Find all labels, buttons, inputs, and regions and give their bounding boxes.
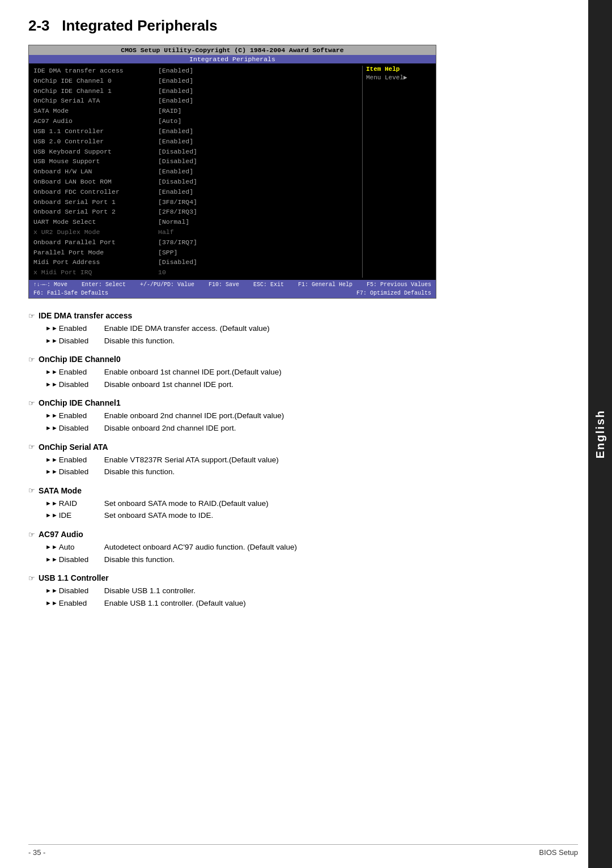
bios-footer-item: F10: Save <box>209 282 239 288</box>
desc-items: ►►EnabledEnable onboard 2nd channel IDE … <box>45 410 567 434</box>
section-number: 2-3 <box>28 17 50 34</box>
desc-items: ►►EnabledEnable onboard 1st channel IDE … <box>45 366 567 390</box>
bios-row: USB Keyboard Support[Disabled] <box>33 147 358 157</box>
desc-item: ►►EnabledEnable VT8237R Serial ATA suppo… <box>45 454 567 466</box>
arrow-icon: ►► <box>45 598 58 610</box>
option-label: Disabled <box>59 466 104 478</box>
arrow-icon: ►► <box>45 423 58 435</box>
arrow-icon: ►► <box>45 555 58 566</box>
bios-help-panel: Item Help Menu Level▶ <box>362 66 436 278</box>
desc-item: ►►IDESet onboard SATA mode to IDE. <box>45 509 567 522</box>
desc-item: ►►DisabledDisable onboard 2nd channel ID… <box>45 422 567 435</box>
bios-footer-item: +/-/PU/PD: Value <box>140 282 194 288</box>
desc-section: IDE DMA transfer access►►EnabledEnable I… <box>28 311 567 347</box>
bios-row: USB Mouse Support[Disabled] <box>33 156 358 167</box>
desc-heading: SATA Mode <box>28 486 567 495</box>
option-desc: Disable this function. <box>104 554 175 566</box>
option-desc: Enable VT8237R Serial ATA support.(Defau… <box>104 454 279 466</box>
option-label: Enabled <box>59 410 104 422</box>
desc-section: USB 1.1 Controller►►DisabledDisable USB … <box>28 573 567 609</box>
bios-row: USB 1.1 Controller[Enabled] <box>33 126 358 137</box>
arrow-icon: ►► <box>45 411 58 422</box>
bios-row: USB 2.0 Controller[Enabled] <box>33 137 358 147</box>
option-label: Enabled <box>59 322 104 335</box>
desc-heading: USB 1.1 Controller <box>28 573 567 582</box>
option-label: RAID <box>59 497 104 510</box>
desc-item: ►►DisabledDisable this function. <box>45 554 567 566</box>
arrow-icon: ►► <box>45 542 58 554</box>
bios-row: Midi Port Address[Disabled] <box>33 257 358 267</box>
desc-item: ►►DisabledDisable USB 1.1 controller. <box>45 585 567 597</box>
desc-item: ►►EnabledEnable onboard 2nd channel IDE … <box>45 410 567 422</box>
bios-settings-list: IDE DMA transfer access[Enabled]OnChip I… <box>29 66 362 278</box>
bios-footer-item: ESC: Exit <box>253 282 284 288</box>
item-help-label: Item Help <box>366 66 432 73</box>
bios-row: Onboard H/W LAN[Enabled] <box>33 167 358 177</box>
menu-level-label: Menu Level▶ <box>366 74 432 81</box>
desc-section: OnChip Serial ATA►►EnabledEnable VT8237R… <box>28 442 567 478</box>
desc-item: ►►DisabledDisable this function. <box>45 335 567 347</box>
arrow-icon: ►► <box>45 510 58 522</box>
option-label: Enabled <box>59 597 104 610</box>
option-desc: Enable IDE DMA transfer access. (Default… <box>104 322 270 335</box>
bios-footer-item: Enter: Select <box>82 282 126 288</box>
option-label: Enabled <box>59 454 104 466</box>
bios-header: CMOS Setup Utility-Copyright (C) 1984-20… <box>29 45 436 55</box>
option-desc: Disable onboard 1st channel IDE port. <box>104 378 233 391</box>
bios-row: Onboard FDC Controller[Enabled] <box>33 187 358 197</box>
option-label: Disabled <box>59 378 104 391</box>
desc-items: ►►DisabledDisable USB 1.1 controller.►►E… <box>45 585 567 609</box>
desc-items: ►►EnabledEnable IDE DMA transfer access.… <box>45 322 567 347</box>
section-heading: Integrated Peripherals <box>62 17 218 34</box>
arrow-icon: ►► <box>45 367 58 378</box>
bios-row: AC97 Audio[Auto] <box>33 116 358 126</box>
option-desc: Enable onboard 1st channel IDE port.(Def… <box>104 366 282 378</box>
bios-screen: CMOS Setup Utility-Copyright (C) 1984-20… <box>28 45 436 299</box>
option-desc: Autodetect onboard AC'97 audio function.… <box>104 541 297 554</box>
bios-row: OnBoard LAN Boot ROM[Disabled] <box>33 177 358 187</box>
option-label: Disabled <box>59 335 104 347</box>
desc-section: OnChip IDE Channel1►►EnabledEnable onboa… <box>28 398 567 434</box>
option-label: Disabled <box>59 422 104 435</box>
side-tab: English <box>588 0 612 868</box>
bios-row: OnChip IDE Channel 1[Enabled] <box>33 86 358 96</box>
desc-heading: AC97 Audio <box>28 530 567 539</box>
arrow-icon: ►► <box>45 380 58 391</box>
desc-item: ►►DisabledDisable onboard 1st channel ID… <box>45 378 567 391</box>
bios-footer-item: ↑↓→←: Move <box>33 282 67 288</box>
desc-heading: OnChip Serial ATA <box>28 442 567 452</box>
desc-items: ►►RAIDSet onboard SATA mode to RAID.(Def… <box>45 497 567 522</box>
bios-row: x Midi Port IRQ10 <box>33 267 358 278</box>
desc-section: SATA Mode►►RAIDSet onboard SATA mode to … <box>28 486 567 522</box>
arrow-icon: ►► <box>45 336 58 347</box>
option-desc: Disable USB 1.1 controller. <box>104 585 196 597</box>
arrow-icon: ►► <box>45 499 58 510</box>
main-content: 2-3 Integrated Peripherals CMOS Setup Ut… <box>28 17 578 609</box>
bios-footer-item: F6: Fail-Safe Defaults <box>33 290 108 296</box>
desc-items: ►►AutoAutodetect onboard AC'97 audio fun… <box>45 541 567 565</box>
bios-row: Onboard Serial Port 1[3F8/IRQ4] <box>33 197 358 207</box>
bios-footer-item: F7: Optimized Defaults <box>356 290 431 296</box>
option-desc: Set onboard SATA mode to IDE. <box>104 509 213 522</box>
page-footer: - 35 - BIOS Setup <box>28 844 578 857</box>
bios-row: IDE DMA transfer access[Enabled] <box>33 66 358 76</box>
arrow-icon: ►► <box>45 455 58 466</box>
option-desc: Enable onboard 2nd channel IDE port.(Def… <box>104 410 284 422</box>
desc-section: AC97 Audio►►AutoAutodetect onboard AC'97… <box>28 530 567 565</box>
footer-label: BIOS Setup <box>539 848 578 857</box>
desc-heading: OnChip IDE Channel0 <box>28 355 567 364</box>
option-desc: Disable this function. <box>104 466 175 478</box>
description-sections: IDE DMA transfer access►►EnabledEnable I… <box>28 311 567 609</box>
desc-item: ►►RAIDSet onboard SATA mode to RAID.(Def… <box>45 497 567 510</box>
option-label: Disabled <box>59 585 104 597</box>
bios-footer-item: F1: General Help <box>298 282 352 288</box>
side-tab-label: English <box>594 410 607 458</box>
option-desc: Enable USB 1.1 controller. (Default valu… <box>104 597 246 610</box>
option-label: Enabled <box>59 366 104 378</box>
bios-row: OnChip IDE Channel 0[Enabled] <box>33 76 358 86</box>
option-label: IDE <box>59 509 104 522</box>
desc-item: ►►AutoAutodetect onboard AC'97 audio fun… <box>45 541 567 554</box>
option-label: Disabled <box>59 554 104 566</box>
desc-section: OnChip IDE Channel0►►EnabledEnable onboa… <box>28 355 567 390</box>
arrow-icon: ►► <box>45 467 58 478</box>
